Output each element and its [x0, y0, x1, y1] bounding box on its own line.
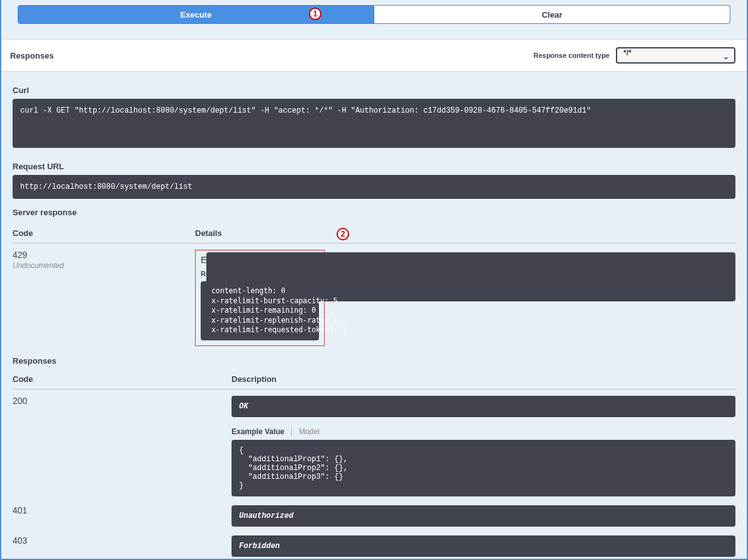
tab-separator: |	[291, 427, 293, 436]
responses-title: Responses	[10, 51, 53, 60]
callout-2: 2	[337, 228, 349, 240]
desc-401: Unauthorized	[232, 505, 735, 527]
responses-row-404: 404 Not Found	[13, 557, 735, 560]
example-json: { "additionalProp1": {}, "additionalProp…	[239, 446, 728, 490]
content-type-label: Response content type	[533, 52, 610, 59]
curl-command-box[interactable]: curl -X GET "http://localhost:8080/syste…	[13, 99, 735, 148]
responses-table-head: Code Description	[13, 374, 735, 389]
tab-example-value[interactable]: Example Value	[232, 427, 284, 436]
desc-200: OK	[232, 396, 735, 417]
action-button-row: Execute Clear	[1, 0, 747, 28]
undocumented-label: Undocumented	[13, 261, 195, 270]
response-code-cell: 429 Undocumented	[13, 250, 195, 270]
col-code2: Code	[13, 374, 232, 384]
server-response-label: Server response	[13, 208, 735, 217]
chevron-down-icon: ⌄	[723, 52, 729, 61]
request-url-label: Request URL	[13, 162, 735, 171]
curl-label: Curl	[13, 86, 735, 95]
response-code-401: 401	[13, 505, 232, 515]
request-url-box[interactable]: http://localhost:8080/system/dept/list	[13, 175, 735, 199]
response-desc-200: OK Example Value | Model { "additionalPr…	[232, 396, 735, 496]
responses-row-403: 403 Forbidden	[13, 527, 735, 557]
example-tabs: Example Value | Model	[232, 427, 735, 436]
desc-403: Forbidden	[232, 535, 735, 557]
col-desc: Description	[232, 374, 735, 384]
callout-1: 1	[309, 8, 321, 20]
content-type-wrap: Response content type */* ⌄	[533, 47, 735, 64]
response-code: 429	[13, 250, 195, 260]
server-response-table-head: Code Details	[13, 228, 735, 244]
responses-section-label: Responses	[13, 356, 735, 366]
response-code-403: 403	[13, 535, 232, 546]
response-headers-text: content-length: 0 x-ratelimit-burst-capa…	[207, 286, 313, 335]
response-desc-403: Forbidden	[232, 535, 735, 557]
col-details: Details	[195, 228, 735, 238]
response-headers-box[interactable]: content-length: 0 x-ratelimit-burst-capa…	[201, 281, 319, 340]
clear-button[interactable]: Clear	[374, 5, 730, 24]
example-value-box[interactable]: { "additionalProp1": {}, "additionalProp…	[232, 440, 735, 496]
responses-row-200: 200 OK Example Value | Model { "addition…	[13, 389, 735, 496]
response-desc-401: Unauthorized	[232, 505, 735, 527]
response-code-200: 200	[13, 396, 232, 406]
responses-header-bar: Responses Response content type */* ⌄	[1, 39, 747, 72]
col-code: Code	[13, 228, 195, 238]
content-type-select[interactable]: */* ⌄	[616, 47, 735, 64]
content-type-value: */*	[623, 48, 632, 57]
responses-row-401: 401 Unauthorized	[13, 496, 735, 527]
tab-model[interactable]: Model	[299, 427, 320, 436]
